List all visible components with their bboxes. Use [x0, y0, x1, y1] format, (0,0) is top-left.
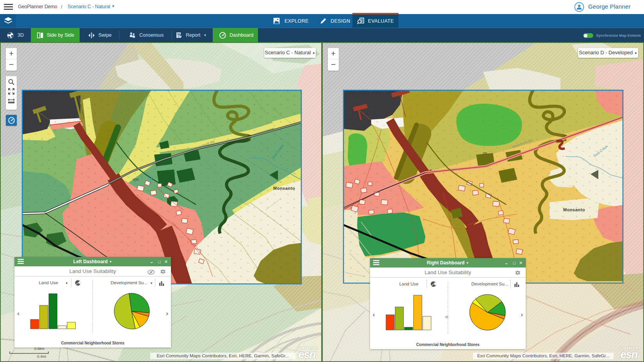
svg-text:0.4mi: 0.4mi [37, 354, 46, 358]
svg-text:on: on [483, 151, 487, 155]
svg-text:Monsanto: Monsanto [563, 207, 585, 212]
svg-text:Monsanto: Monsanto [273, 186, 295, 191]
svg-text:von: von [133, 177, 139, 182]
